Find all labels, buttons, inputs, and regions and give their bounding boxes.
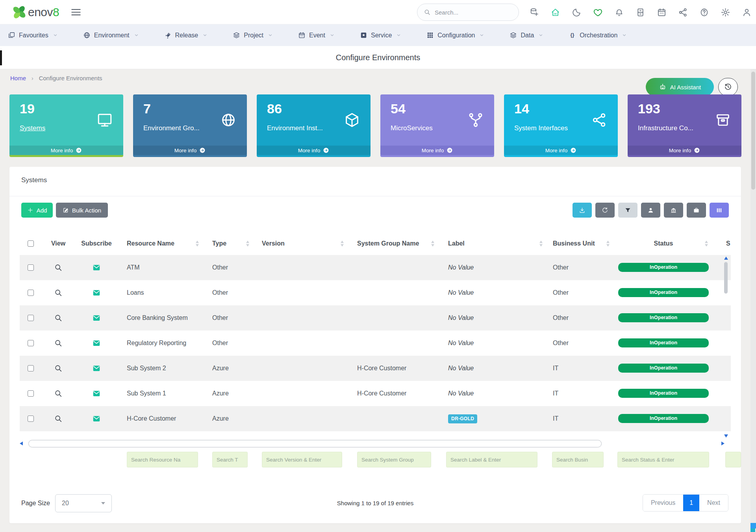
scroll-left-icon[interactable]: [20, 441, 23, 445]
previous-page-button[interactable]: Previous: [643, 495, 683, 511]
notifications-icon[interactable]: [614, 7, 624, 17]
help-icon[interactable]: [699, 7, 709, 17]
subscribe-envelope-icon[interactable]: [92, 263, 101, 272]
nav-configuration[interactable]: Configuration: [426, 31, 484, 39]
subscribe-envelope-icon[interactable]: [92, 339, 101, 347]
subscribe-envelope-icon[interactable]: [92, 314, 101, 322]
filter-button[interactable]: [618, 203, 637, 218]
row-checkbox[interactable]: [28, 365, 34, 371]
table-row[interactable]: Sub System 1AzureH-Core CustomerNo Value…: [20, 381, 731, 406]
column-search-input[interactable]: [127, 452, 198, 467]
column-search-input[interactable]: [725, 452, 741, 467]
more-info-link[interactable]: More info: [628, 146, 741, 155]
business-view-button[interactable]: [664, 203, 683, 218]
export-button[interactable]: [573, 203, 592, 218]
sort-icon[interactable]: [341, 241, 344, 247]
subscribe-envelope-icon[interactable]: [92, 414, 101, 423]
view-icon[interactable]: [54, 339, 63, 347]
view-icon[interactable]: [54, 263, 63, 272]
sort-icon[interactable]: [431, 241, 434, 247]
nav-event[interactable]: Event: [298, 31, 335, 39]
column-search-input[interactable]: [357, 452, 431, 467]
nav-release[interactable]: Release: [164, 31, 208, 39]
more-info-link[interactable]: More info: [257, 146, 371, 155]
sort-icon[interactable]: [539, 241, 543, 247]
settings-icon[interactable]: [721, 7, 730, 17]
records-icon[interactable]: [636, 7, 645, 17]
vertical-scroll-thumb[interactable]: [724, 262, 728, 294]
sort-icon[interactable]: [246, 241, 249, 247]
more-info-link[interactable]: More info: [380, 146, 494, 155]
nav-favourites[interactable]: Favourites: [8, 31, 58, 39]
enov8-logo[interactable]: enov8: [12, 5, 59, 20]
table-row[interactable]: Sub System 2AzureH-Core CustomerNo Value…: [20, 356, 731, 381]
select-all-checkbox[interactable]: [28, 240, 34, 247]
portfolio-view-button[interactable]: [687, 203, 706, 218]
columns-button[interactable]: [710, 203, 729, 218]
column-search-input[interactable]: [212, 452, 248, 467]
page-scroll-thumb[interactable]: [751, 72, 755, 190]
more-info-link[interactable]: More info: [133, 146, 247, 155]
table-row[interactable]: H-Core CustomerAzureDR-GOLDITInOperation: [20, 406, 731, 431]
favourites-heart-icon[interactable]: [593, 7, 603, 17]
view-icon[interactable]: [54, 414, 63, 423]
sort-icon[interactable]: [705, 241, 708, 247]
row-checkbox[interactable]: [28, 340, 34, 346]
page-1-button[interactable]: 1: [683, 495, 699, 511]
subscribe-envelope-icon[interactable]: [92, 389, 101, 398]
refresh-button[interactable]: [595, 203, 615, 218]
table-row[interactable]: Core Banking SystemOtherNo ValueOtherInO…: [20, 305, 731, 331]
column-header-business-unit[interactable]: Business Unit: [547, 232, 614, 255]
row-checkbox[interactable]: [28, 315, 34, 321]
row-checkbox[interactable]: [28, 390, 34, 397]
share-icon[interactable]: [678, 7, 688, 17]
breadcrumb-home-link[interactable]: Home: [10, 75, 26, 81]
row-checkbox[interactable]: [28, 290, 34, 296]
horizontal-scrollbar[interactable]: [20, 440, 724, 449]
column-header-status[interactable]: Status: [614, 232, 713, 255]
stat-card-environment-inst[interactable]: 86Environment Inst...More info: [257, 94, 371, 157]
view-icon[interactable]: [54, 389, 63, 398]
dark-mode-icon[interactable]: [572, 7, 582, 17]
stat-card-system-interfaces[interactable]: 14System InterfacesMore info: [504, 94, 618, 157]
view-icon[interactable]: [54, 288, 63, 297]
sort-icon[interactable]: [196, 241, 199, 247]
view-icon[interactable]: [54, 364, 63, 373]
table-row[interactable]: LoansOtherNo ValueOtherInOperation: [20, 280, 731, 305]
vertical-scrollbar[interactable]: [723, 256, 729, 438]
column-header-type[interactable]: Type: [204, 232, 254, 255]
row-checkbox[interactable]: [28, 264, 34, 271]
nav-environment[interactable]: Environment: [83, 31, 139, 39]
user-view-button[interactable]: [641, 203, 660, 218]
nav-orchestration[interactable]: {}Orchestration: [569, 31, 627, 39]
history-button[interactable]: [718, 78, 738, 96]
table-row[interactable]: Regulatory ReportingOtherNo ValueOtherIn…: [20, 331, 731, 356]
search-input[interactable]: [435, 9, 510, 16]
table-row-partial[interactable]: [20, 431, 731, 438]
view-icon[interactable]: [54, 314, 63, 322]
nav-data[interactable]: Data: [510, 31, 543, 39]
subscribe-envelope-icon[interactable]: [92, 364, 101, 373]
column-header-version[interactable]: Version: [254, 232, 348, 255]
nav-project[interactable]: Project: [233, 31, 273, 39]
column-search-input[interactable]: [617, 452, 709, 467]
table-row[interactable]: ATMOtherNo ValueOtherInOperation: [20, 255, 731, 280]
stat-card-systems[interactable]: 19SystemsMore info: [9, 94, 123, 157]
column-search-input[interactable]: [262, 452, 342, 467]
scroll-down-icon[interactable]: [724, 434, 728, 438]
more-info-link[interactable]: More info: [9, 146, 123, 155]
scroll-right-icon[interactable]: [721, 441, 724, 445]
stat-card-environment-gro[interactable]: 7Environment Gro...More info: [133, 94, 247, 157]
sort-icon[interactable]: [606, 241, 610, 247]
stat-card-microservices[interactable]: 54MicroServicesMore info: [380, 94, 494, 157]
profile-icon[interactable]: [742, 7, 752, 17]
data-source-add-icon[interactable]: [529, 7, 539, 17]
add-button[interactable]: Add: [21, 203, 53, 218]
bulk-action-button[interactable]: Bulk Action: [56, 203, 108, 218]
scroll-up-icon[interactable]: [724, 257, 728, 260]
column-header-system-group-name[interactable]: System Group Name: [348, 232, 439, 255]
nav-service[interactable]: Service: [360, 31, 401, 39]
subscribe-envelope-icon[interactable]: [92, 288, 101, 297]
column-header-label[interactable]: Label: [439, 232, 547, 255]
column-search-input[interactable]: [552, 452, 604, 467]
